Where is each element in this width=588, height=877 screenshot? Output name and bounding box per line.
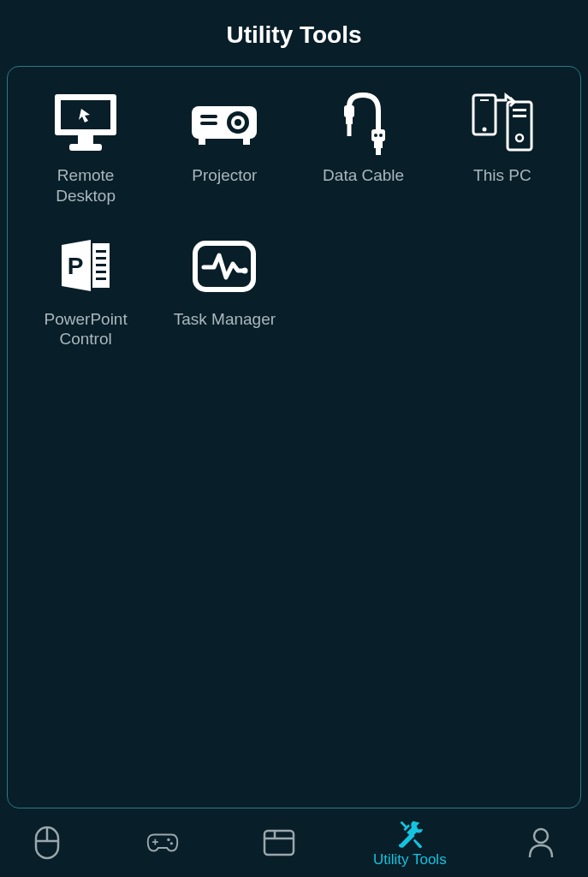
tool-label: Projector [192,165,257,186]
svg-point-7 [235,119,241,126]
tool-projector[interactable]: Projector [159,88,289,206]
svg-rect-28 [96,257,106,260]
svg-rect-30 [96,271,106,273]
nav-mouse[interactable] [26,826,68,859]
svg-rect-24 [513,109,526,111]
svg-rect-11 [243,139,250,145]
svg-point-22 [482,128,486,132]
tool-this-pc[interactable]: This PC [437,88,567,206]
tools-panel: Remote Desktop Projector [7,66,581,808]
svg-rect-17 [376,148,381,155]
nav-label: Utility Tools [373,851,447,868]
nav-utility-tools[interactable]: Utility Tools [373,818,447,868]
svg-rect-25 [513,115,526,117]
tool-data-cable[interactable]: Data Cable [299,88,429,206]
svg-rect-10 [199,139,205,145]
svg-rect-31 [96,277,106,280]
svg-rect-3 [69,144,102,151]
powerpoint-icon: P [51,232,120,301]
this-pc-icon [468,88,537,157]
tool-label: Remote Desktop [56,165,116,206]
svg-rect-9 [200,122,217,125]
svg-rect-2 [78,135,93,144]
svg-text:P: P [68,253,84,279]
tools-icon [394,818,426,850]
remote-desktop-icon [51,88,120,157]
tool-task-manager[interactable]: Task Manager [159,232,289,350]
tool-label: Data Cable [323,165,404,186]
bottom-navbar: Utility Tools [0,808,588,877]
svg-point-40 [168,838,170,841]
page-header: Utility Tools [0,0,588,66]
svg-point-19 [379,134,383,137]
svg-rect-29 [96,264,106,266]
task-manager-icon [190,232,258,301]
touchpad-icon [263,826,295,859]
svg-point-18 [374,134,377,137]
svg-rect-42 [264,831,294,855]
svg-point-34 [242,267,248,273]
svg-rect-21 [480,99,489,101]
svg-rect-16 [374,141,383,148]
nav-gamepad[interactable] [141,826,184,859]
tool-label: Task Manager [174,309,276,330]
page-title: Utility Tools [0,21,588,49]
svg-rect-15 [371,129,385,141]
svg-rect-12 [344,105,354,117]
tool-powerpoint-control[interactable]: P PowerPoint Control [21,232,151,350]
tool-label: This PC [473,165,532,186]
data-cable-icon [330,88,398,157]
svg-rect-27 [96,250,106,253]
tool-label: PowerPoint Control [45,309,128,350]
gamepad-icon [146,826,179,859]
svg-point-45 [534,829,548,843]
nav-user[interactable] [520,826,562,859]
svg-point-26 [516,134,523,141]
svg-point-41 [170,842,173,844]
svg-rect-8 [200,115,217,118]
svg-rect-14 [347,124,351,136]
projector-icon [190,88,258,157]
mouse-icon [31,826,63,859]
tool-remote-desktop[interactable]: Remote Desktop [21,88,151,206]
nav-touchpad[interactable] [258,826,300,859]
user-icon [525,826,557,859]
svg-rect-13 [346,117,353,124]
